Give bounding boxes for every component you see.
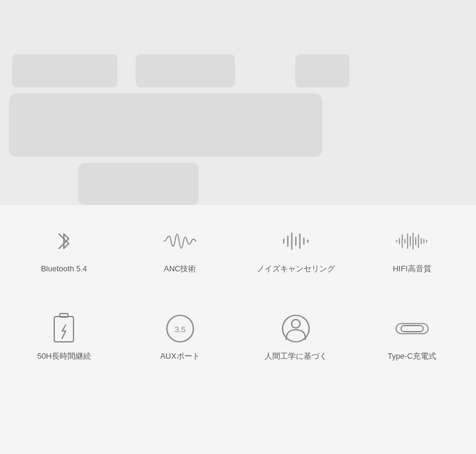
feature-ergonomic: 人間工学に基づく (238, 304, 354, 368)
noise-cancelling-icon (278, 226, 314, 256)
bluetooth-icon (46, 226, 82, 256)
feature-noise: ノイズキャンセリング (238, 217, 354, 280)
noise-label: ノイズキャンセリング (257, 263, 335, 274)
aux-label: AUXポート (160, 351, 200, 362)
features-row-2: 50H長時間継続 3.5 AUXポート 人間工学に基づく (0, 286, 476, 374)
anc-icon (162, 226, 198, 256)
svg-rect-20 (60, 314, 68, 317)
svg-rect-19 (54, 317, 74, 342)
feature-anc: ANC技術 (122, 217, 239, 280)
anc-label: ANC技術 (164, 263, 196, 274)
battery-icon (46, 314, 82, 344)
person-icon (278, 314, 314, 344)
feature-battery: 50H長時間継続 (6, 304, 122, 368)
svg-text:3.5: 3.5 (175, 325, 186, 334)
product-image-area (0, 0, 476, 205)
battery-label: 50H長時間継続 (37, 351, 91, 362)
feature-bluetooth: Bluetooth 5.4 (6, 217, 122, 280)
ergonomic-label: 人間工学に基づく (265, 351, 327, 362)
usbc-icon (394, 314, 430, 344)
feature-hifi: HIFI高音質 (354, 217, 471, 280)
hifi-label: HIFI高音質 (393, 263, 431, 274)
bluetooth-label: Bluetooth 5.4 (41, 263, 87, 274)
svg-point-24 (292, 320, 300, 328)
svg-rect-26 (401, 326, 423, 332)
aux-icon: 3.5 (162, 314, 198, 344)
feature-aux: 3.5 AUXポート (122, 304, 239, 368)
feature-usbc: Type-C充電式 (354, 304, 471, 368)
features-row-1: Bluetooth 5.4 ANC技術 ノイズキャンセリング (0, 205, 476, 286)
usbc-label: Type-C充電式 (387, 351, 436, 362)
hifi-icon (394, 226, 430, 256)
